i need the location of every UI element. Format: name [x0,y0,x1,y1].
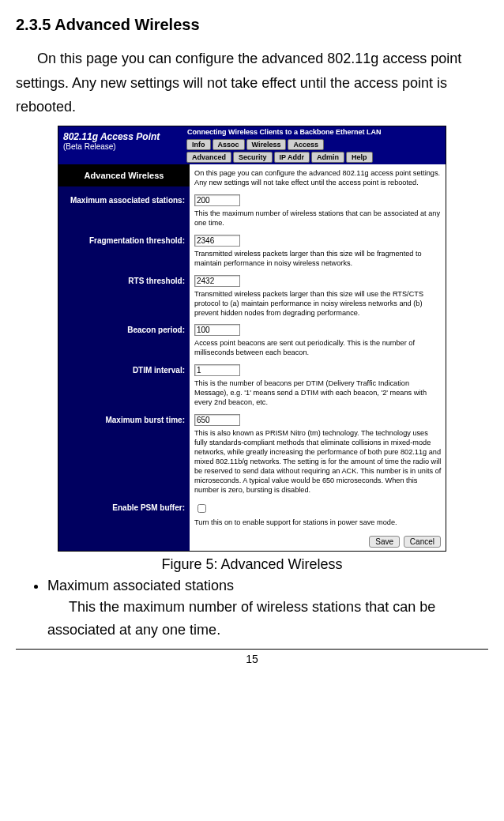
desc-frag: Transmitted wireless packets larger than… [194,250,442,269]
ap-header: 802.11g Access Point (Beta Release) [58,126,183,164]
desc-max-stations: This the maximum number of wireless stat… [194,209,442,228]
cancel-button[interactable]: Cancel [404,536,441,548]
checkbox-psm[interactable] [197,504,206,513]
figure-caption: Figure 5: Advanced Wireless [16,556,488,573]
tab-advanced[interactable]: Advanced [186,152,231,163]
bullet-description: This the maximum number of wireless stat… [47,596,488,642]
label-dtim: DTIM interval: [58,363,190,412]
label-max-stations: Maximum associated stations: [58,193,190,233]
tab-wireless[interactable]: Wireless [246,139,287,150]
tab-assoc[interactable]: Assoc [213,139,245,150]
desc-beacon: Access point beacons are sent out period… [194,339,442,358]
label-psm: Enable PSM buffer: [58,500,190,533]
screenshot-panel: 802.11g Access Point (Beta Release) Conn… [58,126,446,552]
ap-subtitle: (Beta Release) [63,142,179,151]
tab-row-1: Info Assoc Wireless Access [183,139,446,150]
desc-burst: This is also known as PRISM Nitro (tm) t… [194,429,442,495]
desc-dtim: This is the number of beacons per DTIM (… [194,379,442,408]
input-dtim[interactable] [194,364,240,376]
tab-help[interactable]: Help [346,152,373,163]
ap-title: 802.11g Access Point [63,131,179,142]
intro-paragraph: On this page you can configure the advan… [16,47,488,119]
section-heading: 2.3.5 Advanced Wireless [16,16,488,34]
label-rts: RTS threshold: [58,273,190,323]
input-burst[interactable] [194,414,240,426]
tab-row-2: Advanced Security IP Addr Admin Help [183,152,446,163]
desc-rts: Transmitted wireless packets larger than… [194,290,442,318]
input-beacon[interactable] [194,324,240,336]
input-max-stations[interactable] [194,194,240,206]
panel-title: Advanced Wireless [58,164,190,186]
tab-access[interactable]: Access [288,139,324,150]
input-rts[interactable] [194,275,240,287]
banner-text: Connecting Wireless Clients to a Backbon… [183,126,446,139]
tab-ipaddr[interactable]: IP Addr [274,152,310,163]
label-burst: Maximum burst time: [58,412,190,500]
label-frag: Fragmentation threshold: [58,233,190,273]
bullet-item: Maximum associated stations [47,578,488,594]
tab-info[interactable]: Info [186,139,211,150]
tab-admin[interactable]: Admin [311,152,344,163]
label-beacon: Beacon period: [58,322,190,363]
page-number: 15 [16,653,488,665]
tab-security[interactable]: Security [233,152,273,163]
save-button[interactable]: Save [369,536,400,548]
input-frag[interactable] [194,235,240,247]
panel-description: On this page you can configure the advan… [194,169,442,188]
desc-psm: Turn this on to enable support for stati… [194,518,442,528]
